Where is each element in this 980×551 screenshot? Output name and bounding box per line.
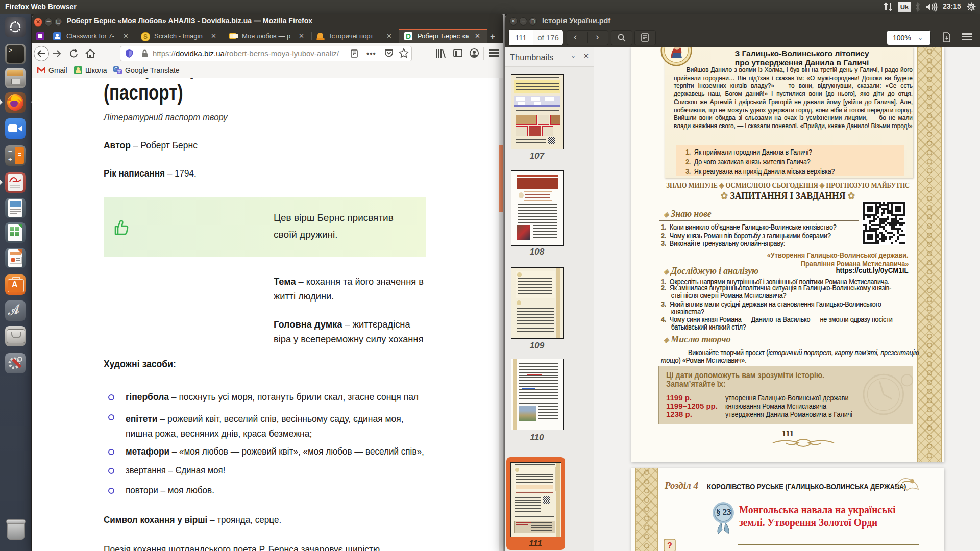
svg-text:?: ? xyxy=(667,541,672,550)
